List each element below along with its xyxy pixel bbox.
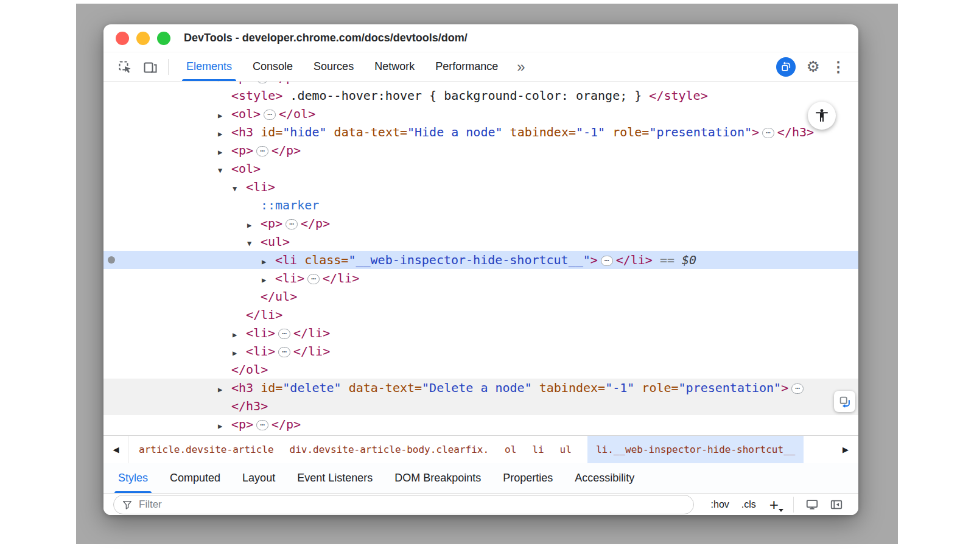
breadcrumb-item[interactable]: ol	[505, 436, 516, 463]
dom-tree-row[interactable]: ▶<li>⋯</li>	[103, 342, 858, 360]
tab-network[interactable]: Network	[364, 52, 425, 81]
close-window-button[interactable]	[116, 32, 129, 45]
breadcrumb-right-arrow[interactable]: ▶	[833, 436, 858, 463]
selected-node-dot	[108, 256, 115, 264]
expand-arrow-closed-icon[interactable]: ▶	[218, 107, 231, 125]
inspect-element-icon[interactable]	[117, 60, 132, 74]
tab-elements[interactable]: Elements	[176, 52, 242, 81]
expand-arrow-closed-icon[interactable]: ▶	[262, 271, 275, 289]
tab-event-listeners[interactable]: Event Listeners	[286, 463, 384, 493]
toggle-element-class-button[interactable]: .cls	[741, 499, 756, 510]
ellipsis-badge[interactable]: ⋯	[762, 128, 774, 138]
breadcrumb-item[interactable]: li	[532, 436, 544, 463]
token-attr: class=	[297, 253, 348, 267]
expand-arrow-closed-icon[interactable]: ▶	[218, 380, 231, 399]
dom-tree-row[interactable]: ▶<ol>⋯</ol>	[103, 105, 858, 123]
expand-arrow-open-icon[interactable]: ▼	[233, 180, 246, 198]
ellipsis-badge[interactable]: ⋯	[278, 347, 290, 357]
dom-tree-row[interactable]: ::marker	[103, 196, 858, 214]
dom-tree-row[interactable]: <style> .demo--hover:hover { background-…	[103, 86, 858, 105]
dom-tree-row[interactable]: ▶<h3 id="delete" data-text="Delete a nod…	[103, 379, 858, 397]
expand-arrow-closed-icon[interactable]: ▶	[247, 216, 261, 234]
settings-gear-icon[interactable]: ⚙	[807, 59, 820, 74]
dom-tree-row[interactable]: ▶<h3 id="hide" data-text="Hide a node" t…	[103, 123, 858, 141]
expand-arrow-closed-icon[interactable]: ▶	[262, 253, 275, 271]
display-icon[interactable]	[805, 498, 819, 511]
token-attr: role=	[605, 125, 649, 139]
inspect-corner-icon[interactable]	[834, 391, 855, 412]
breadcrumb-item[interactable]: li.__web-inspector-hide-shortcut__	[587, 436, 804, 463]
token-var: $0	[682, 253, 696, 267]
tab-computed[interactable]: Computed	[159, 463, 231, 493]
expand-arrow-open-icon[interactable]: ▼	[247, 234, 261, 253]
more-tabs-icon[interactable]: »	[513, 59, 528, 75]
minimize-window-button[interactable]	[136, 32, 150, 45]
tab-dom-breakpoints[interactable]: DOM Breakpoints	[384, 463, 492, 493]
dom-tree-row[interactable]: </ul>	[103, 287, 858, 306]
token-val: "-1"	[605, 380, 634, 395]
breadcrumb-item[interactable]: div.devsite-article-body.clearfix.	[290, 436, 489, 463]
devtools-tab-strip: ElementsConsoleSourcesNetworkPerformance	[176, 52, 508, 81]
dom-tree-row[interactable]: ▶<li>⋯</li>	[103, 324, 858, 342]
ellipsis-badge[interactable]: ⋯	[601, 256, 613, 266]
token-tag: </ul>	[261, 289, 297, 304]
ellipsis-badge[interactable]: ⋯	[256, 420, 268, 430]
token-marker: ::marker	[261, 198, 319, 212]
ellipsis-badge[interactable]: ⋯	[791, 383, 804, 394]
dom-tree-row[interactable]: </ol>	[103, 360, 858, 379]
token-tag: </li>	[323, 271, 359, 285]
dom-tree-row[interactable]: ▼<ul>	[103, 233, 858, 251]
tab-console[interactable]: Console	[242, 52, 303, 81]
accessibility-icon[interactable]	[808, 102, 836, 130]
zoom-window-button[interactable]	[157, 32, 170, 45]
expand-arrow-closed-icon[interactable]: ▶	[218, 125, 231, 143]
replay-square-icon[interactable]	[776, 57, 796, 77]
new-style-rule-button[interactable]: +	[769, 497, 779, 513]
ellipsis-badge[interactable]: ⋯	[256, 146, 268, 156]
dom-tree-row[interactable]: ▶<p>⋯</p>	[103, 415, 858, 433]
ellipsis-badge[interactable]: ⋯	[256, 82, 268, 83]
breadcrumb-left-arrow[interactable]: ◀	[103, 436, 129, 463]
token-val: "presentation"	[649, 125, 752, 139]
dom-tree-row[interactable]: </li>	[103, 306, 858, 324]
expand-arrow-closed-icon[interactable]: ▶	[233, 344, 246, 362]
tab-styles[interactable]: Styles	[107, 463, 159, 493]
dom-tree-row[interactable]: ▼<ol>	[103, 159, 858, 178]
ellipsis-badge[interactable]: ⋯	[307, 274, 320, 284]
window-titlebar: DevTools - developer.chrome.com/docs/dev…	[103, 24, 858, 52]
expand-arrow-closed-icon[interactable]: ▶	[218, 417, 231, 435]
token-tag: </style>	[649, 88, 707, 103]
token-css: .demo--hover:hover { background-color: o…	[282, 88, 649, 103]
kebab-menu-icon[interactable]: ⋮	[831, 60, 846, 74]
styles-toolbar-separator	[793, 497, 794, 513]
device-toolbar-icon[interactable]	[143, 60, 158, 74]
ellipsis-badge[interactable]: ⋯	[264, 110, 276, 120]
tab-properties[interactable]: Properties	[492, 463, 564, 493]
expand-arrow-open-icon[interactable]: ▼	[218, 161, 231, 180]
dom-tree-row[interactable]: ▶<p>⋯</p>	[103, 141, 858, 159]
tab-sources[interactable]: Sources	[303, 52, 364, 81]
dom-tree-row[interactable]: ▶<li class="__web-inspector-hide-shortcu…	[103, 251, 858, 269]
dom-tree-row[interactable]: ▶<li>⋯</li>	[103, 269, 858, 287]
dom-tree-row[interactable]: ▼<li>	[103, 178, 858, 196]
token-val: "delete"	[282, 380, 341, 395]
breadcrumb-item[interactable]: article.devsite-article	[139, 436, 274, 463]
dom-tree-row[interactable]: </h3>	[103, 397, 858, 415]
devtools-toolbar: ElementsConsoleSourcesNetworkPerformance…	[103, 52, 858, 82]
token-val: "__web-inspector-hide-shortcut__"	[348, 253, 590, 267]
dom-tree-row[interactable]: ▶<p>⋯</p>	[103, 214, 858, 233]
computed-sidebar-toggle-icon[interactable]	[830, 498, 843, 511]
ellipsis-badge[interactable]: ⋯	[286, 219, 298, 229]
tab-accessibility[interactable]: Accessibility	[564, 463, 645, 493]
filter-input[interactable]: Filter	[113, 495, 694, 514]
breadcrumb-item[interactable]: ul	[560, 436, 572, 463]
token-tag: <li>	[275, 271, 304, 285]
expand-arrow-closed-icon[interactable]: ▶	[218, 143, 231, 161]
tab-layout[interactable]: Layout	[231, 463, 286, 493]
tab-performance[interactable]: Performance	[425, 52, 508, 81]
expand-arrow-closed-icon[interactable]: ▶	[233, 326, 246, 344]
dom-tree-row[interactable]: ▶<p>⋯</p>	[103, 82, 858, 86]
desktop-backdrop: DevTools - developer.chrome.com/docs/dev…	[76, 4, 898, 544]
ellipsis-badge[interactable]: ⋯	[278, 329, 290, 339]
toggle-pseudo-state-button[interactable]: :hov	[711, 499, 729, 510]
